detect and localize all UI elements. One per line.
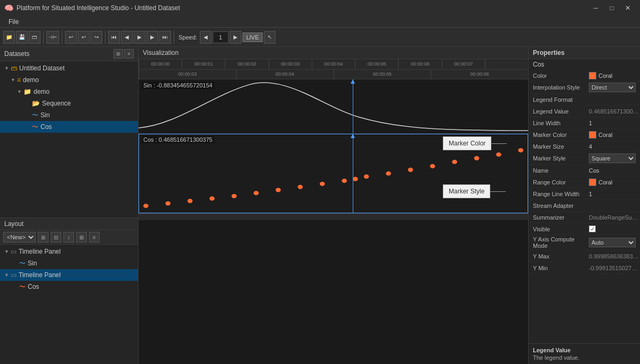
tb-open[interactable]: 📁: [3, 31, 15, 44]
svg-point-7: [298, 185, 303, 189]
live-button[interactable]: LIVE: [242, 33, 263, 42]
svg-point-15: [452, 160, 457, 164]
folder2-icon: 📁: [23, 88, 31, 95]
prop-value-visible: ✓: [589, 225, 636, 232]
tick-4: 00:00:04: [312, 59, 355, 69]
svg-point-18: [518, 148, 523, 152]
prop-label-marker-color: Marker Color: [533, 132, 589, 138]
tb-saveas[interactable]: 🗃: [29, 31, 40, 44]
prop-value-range-line-width: 1: [589, 191, 636, 197]
tb-trim[interactable]: ⊣⊢: [46, 31, 59, 44]
y-min-text: -0.99913515027327: [589, 265, 639, 271]
layout-new-select[interactable]: <New>: [3, 232, 36, 242]
prop-line-width: Line Width 1: [529, 117, 640, 129]
tb-cursor[interactable]: ↖: [264, 31, 276, 44]
layout-label-sin: Sin: [28, 260, 37, 267]
tb-end[interactable]: ⏭: [159, 31, 171, 44]
line-width-text: 1: [589, 120, 592, 126]
svg-point-6: [276, 188, 281, 192]
minimize-button[interactable]: ─: [588, 0, 604, 16]
datasets-section: Datasets ⊞ ≡ ▼ 🗃 Untitled Dataset ▼: [0, 47, 138, 217]
tree-item-demo1[interactable]: ▼ ≡ demo: [0, 74, 138, 86]
props-title: Properties: [533, 49, 564, 56]
tree-item-sequence[interactable]: 📂 Sequence: [0, 98, 138, 109]
tick-5: 00:00:05: [355, 59, 398, 69]
speed-down[interactable]: ◀: [200, 31, 212, 44]
color-swatch-marker[interactable]: [589, 131, 596, 139]
tb-redo[interactable]: ↪: [91, 31, 102, 44]
tb-play[interactable]: ▶: [134, 31, 145, 44]
marker-size-text: 4: [589, 143, 592, 150]
prop-label-color: Color: [533, 72, 589, 79]
sin-tick-3: 00:00:03: [139, 70, 236, 79]
tb-undo1[interactable]: ↩: [65, 31, 77, 44]
layout-btn1[interactable]: ⊞: [38, 232, 48, 242]
prop-value-y-max: 0.999858636383415: [589, 253, 639, 260]
close-button[interactable]: ✕: [620, 0, 636, 16]
visible-checkbox[interactable]: ✓: [589, 225, 596, 232]
tb-undo2[interactable]: ↩: [78, 31, 90, 44]
color-swatch-range[interactable]: [589, 179, 596, 186]
prop-label-stream-adapter: Stream Adapter: [533, 203, 589, 209]
prop-y-axis-compute: Y Axis Compute Mode Auto Manual: [529, 235, 640, 250]
datasets-list-btn[interactable]: ≡: [124, 49, 134, 59]
sin-tick-4: 00:00:04: [236, 70, 334, 79]
prop-label-legend-value: Legend Value: [533, 108, 589, 115]
prop-label-line-width: Line Width: [533, 120, 589, 126]
menu-file[interactable]: File: [4, 17, 23, 27]
layout-item-sin[interactable]: 〜 Sin: [0, 257, 138, 269]
layout-item-cos[interactable]: 〜 Cos: [0, 281, 138, 293]
prop-name: Name Cos: [529, 165, 640, 176]
layout-btn3[interactable]: ↕: [63, 232, 74, 242]
datasets-grid-btn[interactable]: ⊞: [114, 49, 123, 59]
layout-btn2[interactable]: ⊟: [51, 232, 61, 242]
tree-item-cos[interactable]: 〜 Cos: [0, 121, 138, 133]
interpolation-dropdown[interactable]: Direct Linear Step: [589, 83, 636, 92]
viz-title: Visualization: [143, 49, 179, 56]
layout-btn5[interactable]: ≡: [89, 232, 100, 242]
db-icon: 🗃: [11, 64, 17, 72]
props-header: Properties: [529, 47, 640, 59]
tb-next[interactable]: ▶: [147, 31, 158, 44]
layout-item-timeline2[interactable]: ▼ ▭ Timeline Panel: [0, 269, 138, 281]
y-axis-compute-dropdown[interactable]: Auto Manual: [589, 238, 636, 247]
layout-item-timeline1[interactable]: ▼ ▭ Timeline Panel: [0, 246, 138, 257]
tree-item-dataset[interactable]: ▼ 🗃 Untitled Dataset: [0, 62, 138, 74]
prop-marker-color: Marker Color Coral: [529, 129, 640, 141]
prop-stream-adapter: Stream Adapter: [529, 200, 640, 212]
scrollbar-bottom[interactable]: [139, 214, 528, 220]
maximize-button[interactable]: □: [604, 0, 620, 16]
prop-label-legend-format: Legend Format: [533, 96, 589, 103]
props-content: Color Coral Interpolation Style Direct L…: [529, 70, 640, 343]
prop-value-marker-color[interactable]: Coral: [589, 131, 636, 139]
right-area: Marker Color Marker Style Properties Cos…: [528, 47, 640, 364]
color-swatch-color[interactable]: [589, 72, 596, 79]
marker-style-dropdown[interactable]: Square Circle Triangle: [589, 153, 636, 163]
prop-label-summarizer: Summarizer: [533, 214, 589, 221]
prop-legend-format: Legend Format: [529, 94, 640, 106]
cos-playhead-marker: [351, 134, 355, 138]
arrow-icon: ▼: [11, 77, 17, 83]
layout-btn4[interactable]: ⊞: [76, 232, 87, 242]
prop-value-summarizer: DoubleRangeSum...: [589, 214, 639, 221]
prop-summarizer: Summarizer DoubleRangeSum...: [529, 212, 640, 223]
tb-save[interactable]: 💾: [16, 31, 28, 44]
tree-item-demo2[interactable]: ▼ 📁 demo: [0, 86, 138, 98]
prop-value-range-color[interactable]: Coral: [589, 179, 636, 186]
tick-8: [485, 59, 528, 69]
tree-label-cos: Cos: [40, 123, 52, 131]
datasets-title: Datasets: [4, 50, 29, 58]
layout-toolbar: <New> ⊞ ⊟ ↕ ⊞ ≡: [0, 230, 138, 245]
prop-value-color[interactable]: Coral: [589, 72, 636, 79]
app-icon: 🧠: [4, 4, 13, 12]
speed-label: Speed:: [179, 34, 197, 41]
tree-label-dataset: Untitled Dataset: [19, 64, 64, 72]
viz-content[interactable]: 00:00:00 00:00:01 00:00:02 00:00:03 00:0…: [139, 59, 528, 364]
tb-prev[interactable]: ◀: [121, 31, 133, 44]
speed-up[interactable]: ▶: [230, 31, 241, 44]
speed-input[interactable]: [213, 31, 229, 43]
tb-begin[interactable]: ⏮: [108, 31, 120, 44]
tree-item-sin[interactable]: 〜 Sin: [0, 109, 138, 121]
prop-value-line-width: 1: [589, 120, 636, 126]
tb-sep2: [62, 31, 62, 44]
